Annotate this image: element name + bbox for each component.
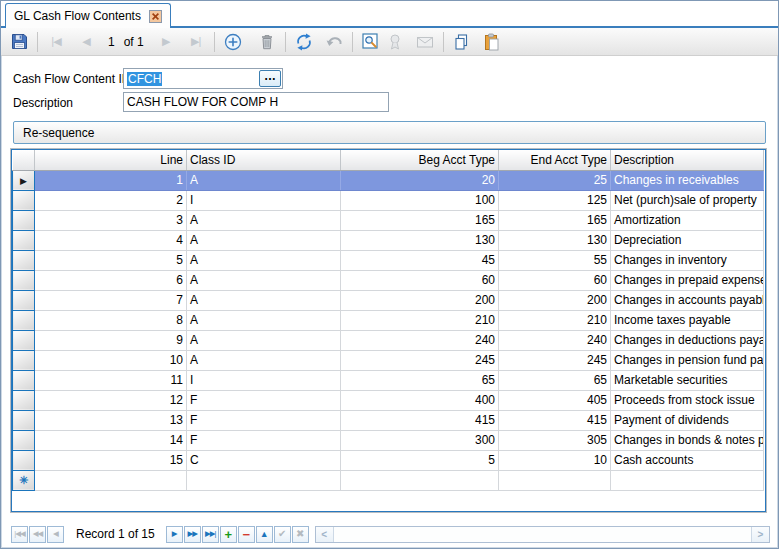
last-record-button[interactable]: ▶|	[184, 30, 208, 54]
table-row[interactable]: 5A4555Changes in inventory	[13, 250, 764, 270]
row-selector[interactable]	[13, 290, 35, 310]
cell-class-id[interactable]: A	[187, 290, 341, 310]
cell-beg-acct-type[interactable]: 45	[341, 250, 499, 270]
cell-end-acct-type[interactable]: 305	[499, 430, 611, 450]
next-record-button[interactable]: ▶	[154, 30, 178, 54]
table-row[interactable]: 3A165165Amortization	[13, 210, 764, 230]
cell-line[interactable]: 11	[35, 370, 187, 390]
row-selector[interactable]	[13, 250, 35, 270]
cancel-edit-button[interactable]: ✖	[292, 526, 309, 543]
cell-beg-acct-type[interactable]: 210	[341, 310, 499, 330]
cell-line[interactable]: 12	[35, 390, 187, 410]
resequence-button[interactable]: Re-sequence	[13, 121, 766, 144]
cell-description[interactable]: Proceeds from stock issue	[611, 390, 764, 410]
table-row[interactable]: 13F415415Payment of dividends	[13, 410, 764, 430]
first-record-button[interactable]: |◀◀	[11, 526, 28, 543]
cell-end-acct-type[interactable]: 210	[499, 310, 611, 330]
row-selector[interactable]	[13, 350, 35, 370]
cell-end-acct-type[interactable]: 130	[499, 230, 611, 250]
cell-class-id[interactable]: A	[187, 330, 341, 350]
cell-description[interactable]: Net (purch)sale of property	[611, 190, 764, 210]
cell-end-acct-type[interactable]: 405	[499, 390, 611, 410]
cell-line[interactable]: 10	[35, 350, 187, 370]
table-row[interactable]: 7A200200Changes in accounts payable	[13, 290, 764, 310]
cell-line[interactable]: 14	[35, 430, 187, 450]
row-selector[interactable]	[13, 410, 35, 430]
add-record-button[interactable]	[221, 30, 245, 54]
new-row[interactable]: ✳	[13, 470, 764, 490]
next-page-button[interactable]: ▶▶	[184, 526, 201, 543]
row-selector[interactable]	[13, 210, 35, 230]
cell-class-id[interactable]: F	[187, 410, 341, 430]
table-row[interactable]: 10A245245Changes in pension fund payabl	[13, 350, 764, 370]
cell-end-acct-type[interactable]: 415	[499, 410, 611, 430]
cell-line[interactable]: 5	[35, 250, 187, 270]
save-button[interactable]	[7, 30, 31, 54]
row-selector[interactable]	[13, 230, 35, 250]
cell-beg-acct-type[interactable]: 60	[341, 270, 499, 290]
row-selector[interactable]	[13, 370, 35, 390]
content-id-lookup-button[interactable]: …	[259, 70, 281, 87]
cell-end-acct-type[interactable]: 25	[499, 170, 611, 190]
horizontal-scrollbar[interactable]: < >	[315, 526, 770, 543]
table-row[interactable]: 9A240240Changes in deductions payable	[13, 330, 764, 350]
cell-line[interactable]: 3	[35, 210, 187, 230]
cell-class-id[interactable]: A	[187, 270, 341, 290]
row-selector[interactable]	[13, 390, 35, 410]
cell-description[interactable]: Changes in inventory	[611, 250, 764, 270]
attachment-button[interactable]	[383, 30, 407, 54]
table-row[interactable]: 14F300305Changes in bonds & notes paybl	[13, 430, 764, 450]
cell-end-acct-type[interactable]: 200	[499, 290, 611, 310]
cell-class-id[interactable]: C	[187, 450, 341, 470]
cell-line[interactable]: 1	[35, 170, 187, 190]
cell-empty[interactable]	[499, 470, 611, 490]
previous-record-button[interactable]: ◀	[74, 30, 98, 54]
cell-beg-acct-type[interactable]: 65	[341, 370, 499, 390]
cell-beg-acct-type[interactable]: 5	[341, 450, 499, 470]
cell-description[interactable]: Cash accounts	[611, 450, 764, 470]
cell-end-acct-type[interactable]: 125	[499, 190, 611, 210]
append-record-button[interactable]: +	[220, 526, 237, 543]
previous-page-button[interactable]: ◀◀	[29, 526, 46, 543]
cell-class-id[interactable]: A	[187, 250, 341, 270]
scroll-left-button[interactable]: <	[316, 527, 334, 542]
column-header-description[interactable]: Description	[611, 150, 764, 170]
cell-beg-acct-type[interactable]: 300	[341, 430, 499, 450]
email-button[interactable]	[413, 30, 437, 54]
cell-description[interactable]: Changes in deductions payable	[611, 330, 764, 350]
copy-button[interactable]	[450, 30, 474, 54]
table-row[interactable]: 12F400405Proceeds from stock issue	[13, 390, 764, 410]
row-selector[interactable]	[13, 430, 35, 450]
cell-line[interactable]: 4	[35, 230, 187, 250]
table-row[interactable]: 6A6060Changes in prepaid expenses	[13, 270, 764, 290]
cell-description[interactable]: Depreciation	[611, 230, 764, 250]
column-header-line[interactable]: Line	[35, 150, 187, 170]
cell-class-id[interactable]: I	[187, 190, 341, 210]
tab-gl-cash-flow-contents[interactable]: GL Cash Flow Contents	[5, 3, 171, 28]
description-field[interactable]: CASH FLOW FOR COMP H	[123, 92, 389, 112]
cell-line[interactable]: 2	[35, 190, 187, 210]
cell-line[interactable]: 15	[35, 450, 187, 470]
scroll-right-button[interactable]: >	[751, 527, 769, 542]
table-row[interactable]: 2I100125Net (purch)sale of property	[13, 190, 764, 210]
table-row[interactable]: ▶1A2025Changes in receivables	[13, 170, 764, 190]
cell-description[interactable]: Income taxes payable	[611, 310, 764, 330]
cell-class-id[interactable]: F	[187, 430, 341, 450]
delete-record-button[interactable]	[255, 30, 279, 54]
cell-beg-acct-type[interactable]: 400	[341, 390, 499, 410]
table-row[interactable]: 11I6565Marketable securities	[13, 370, 764, 390]
cell-beg-acct-type[interactable]: 20	[341, 170, 499, 190]
content-id-field[interactable]: CFCH …	[123, 68, 283, 89]
cell-class-id[interactable]: A	[187, 210, 341, 230]
cell-class-id[interactable]: A	[187, 350, 341, 370]
cell-end-acct-type[interactable]: 10	[499, 450, 611, 470]
refresh-button[interactable]	[292, 30, 316, 54]
cell-class-id[interactable]: I	[187, 370, 341, 390]
cell-beg-acct-type[interactable]: 100	[341, 190, 499, 210]
cell-class-id[interactable]: A	[187, 170, 341, 190]
cell-class-id[interactable]: A	[187, 310, 341, 330]
cell-end-acct-type[interactable]: 60	[499, 270, 611, 290]
cell-end-acct-type[interactable]: 55	[499, 250, 611, 270]
column-header-beg-acct-type[interactable]: Beg Acct Type	[341, 150, 499, 170]
cell-empty[interactable]	[611, 470, 764, 490]
